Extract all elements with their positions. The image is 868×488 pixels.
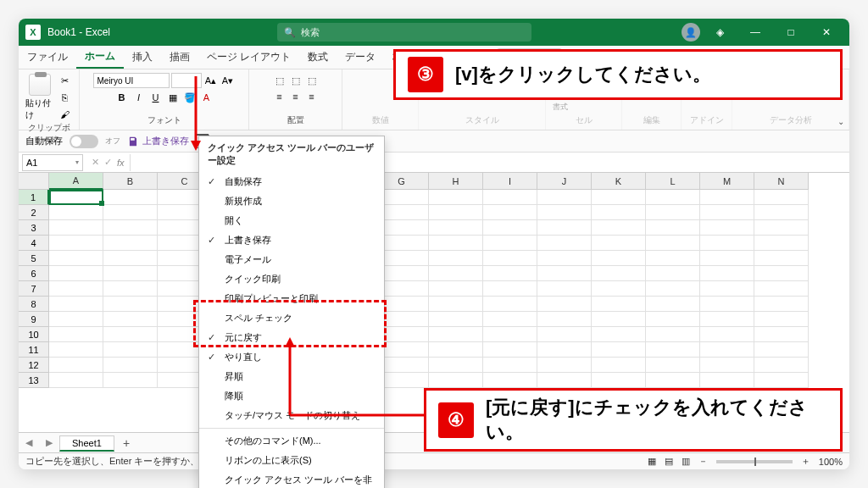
row-header[interactable]: 11 — [19, 342, 49, 358]
cell[interactable] — [49, 373, 103, 388]
cell[interactable] — [700, 190, 754, 205]
cell[interactable] — [103, 190, 158, 205]
cell[interactable] — [754, 327, 809, 342]
cell[interactable] — [754, 190, 809, 205]
cell[interactable] — [700, 251, 754, 266]
cell[interactable] — [49, 312, 103, 327]
cell[interactable] — [754, 220, 809, 236]
col-header[interactable]: H — [429, 173, 483, 190]
cell[interactable] — [592, 220, 646, 236]
cell[interactable] — [537, 312, 592, 327]
qat-menu-printpreview[interactable]: 印刷プレビューと印刷 — [199, 289, 384, 308]
select-all-corner[interactable] — [19, 173, 49, 190]
cell[interactable] — [103, 236, 158, 251]
cell[interactable] — [592, 266, 646, 281]
cell[interactable] — [646, 358, 700, 373]
cell[interactable] — [103, 358, 158, 373]
qat-menu-open[interactable]: 開く — [199, 211, 384, 230]
zoom-out-button[interactable]: － — [698, 455, 708, 468]
cell[interactable] — [700, 236, 754, 251]
cell[interactable] — [754, 205, 809, 220]
cell[interactable] — [700, 297, 754, 312]
user-avatar[interactable]: 👤 — [682, 23, 700, 42]
cell[interactable] — [700, 266, 754, 281]
cell[interactable] — [103, 327, 158, 342]
cell[interactable] — [103, 312, 158, 327]
cell[interactable] — [700, 342, 754, 358]
tab-pagelayout[interactable]: ページ レイアウト — [198, 46, 299, 69]
cell[interactable] — [537, 205, 592, 220]
ribbon-collapse-button[interactable]: ⌄ — [837, 117, 844, 126]
col-header[interactable]: I — [483, 173, 537, 190]
sheet-nav-prev[interactable]: ◀ — [19, 437, 39, 448]
cell[interactable] — [483, 373, 537, 388]
view-normal-icon[interactable]: ▦ — [648, 456, 656, 467]
qat-menu-more[interactable]: その他のコマンド(M)... — [199, 431, 384, 451]
row-header[interactable]: 12 — [19, 358, 49, 373]
tab-file[interactable]: ファイル — [19, 46, 76, 69]
col-header[interactable]: B — [103, 173, 158, 190]
zoom-level[interactable]: 100% — [819, 457, 843, 467]
qat-menu-hide[interactable]: クイック アクセス ツール バーを非表示にする (H) — [199, 470, 384, 488]
fill-color-button[interactable]: 🪣 — [182, 90, 198, 105]
add-sheet-button[interactable]: + — [114, 436, 138, 450]
cell[interactable] — [429, 312, 483, 327]
cell[interactable] — [537, 342, 592, 358]
decrease-font-button[interactable]: A▾ — [220, 73, 236, 88]
cell[interactable] — [103, 266, 158, 281]
row-header[interactable]: 4 — [19, 236, 49, 251]
cell[interactable] — [592, 342, 646, 358]
col-header-a[interactable]: A — [49, 173, 103, 190]
cell[interactable] — [49, 236, 103, 251]
minimize-button[interactable]: — — [739, 19, 771, 46]
col-header[interactable]: L — [646, 173, 700, 190]
font-size-select[interactable] — [171, 73, 202, 88]
border-button[interactable]: ▦ — [165, 90, 181, 105]
cell[interactable] — [646, 220, 700, 236]
tab-data[interactable]: データ — [337, 46, 384, 69]
font-color-button[interactable]: A — [199, 90, 214, 105]
cell[interactable] — [592, 327, 646, 342]
cell[interactable] — [49, 327, 103, 342]
cell[interactable] — [592, 297, 646, 312]
cell[interactable] — [49, 251, 103, 266]
cell[interactable] — [483, 236, 537, 251]
qat-menu-autosave[interactable]: 自動保存 — [199, 172, 384, 191]
align-bottom-button[interactable]: ⬚ — [304, 73, 320, 88]
cell[interactable] — [646, 312, 700, 327]
save-button[interactable]: 上書き保存 — [127, 135, 189, 147]
col-header[interactable]: N — [754, 173, 809, 190]
enter-formula-icon[interactable]: ✓ — [104, 157, 112, 168]
align-middle-button[interactable]: ⬚ — [288, 73, 303, 88]
cell[interactable] — [592, 236, 646, 251]
cell[interactable] — [49, 220, 103, 236]
cell[interactable] — [646, 342, 700, 358]
cell[interactable] — [700, 281, 754, 297]
cell[interactable] — [49, 190, 103, 205]
qat-menu-new[interactable]: 新規作成 — [199, 191, 384, 211]
cell[interactable] — [429, 251, 483, 266]
qat-menu-sortasc[interactable]: 昇順 — [199, 367, 384, 386]
cell[interactable] — [700, 327, 754, 342]
cell[interactable] — [103, 373, 158, 388]
cell[interactable] — [49, 266, 103, 281]
row-header[interactable]: 9 — [19, 312, 49, 327]
cell[interactable] — [483, 205, 537, 220]
align-left-button[interactable]: ≡ — [272, 89, 287, 104]
cell[interactable] — [592, 281, 646, 297]
bold-button[interactable]: B — [114, 90, 130, 105]
paste-button[interactable]: 貼り付け — [25, 74, 53, 121]
tab-home[interactable]: ホーム — [76, 46, 124, 69]
autosave-toggle[interactable] — [70, 135, 98, 148]
cell[interactable] — [429, 342, 483, 358]
qat-menu-spellcheck[interactable]: スペル チェック — [199, 308, 384, 328]
cell[interactable] — [103, 251, 158, 266]
cell[interactable] — [483, 342, 537, 358]
cell[interactable] — [754, 251, 809, 266]
cell[interactable] — [537, 236, 592, 251]
row-header[interactable]: 10 — [19, 327, 49, 342]
tab-insert[interactable]: 挿入 — [124, 46, 161, 69]
cell[interactable] — [103, 281, 158, 297]
col-header[interactable]: K — [592, 173, 646, 190]
cell[interactable] — [537, 327, 592, 342]
